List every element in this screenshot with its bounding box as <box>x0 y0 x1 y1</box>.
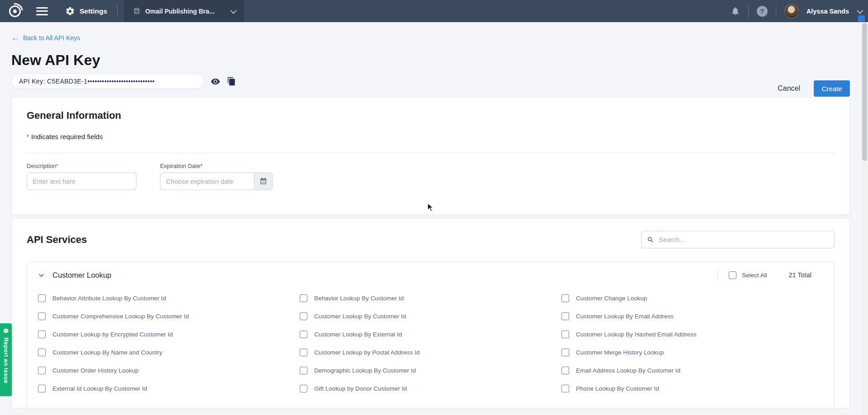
service-row: Customer Lookup by Postal Address Id <box>300 343 561 361</box>
general-information-card: General Information * Indicates required… <box>11 97 850 215</box>
reveal-key-button[interactable] <box>211 77 220 86</box>
service-row: Customer Merge History Lookup <box>561 343 823 361</box>
service-checkbox[interactable] <box>561 312 569 320</box>
back-to-api-keys-link[interactable]: ← Back to All API Keys <box>11 34 80 42</box>
services-search-box <box>641 231 835 248</box>
gear-icon <box>65 6 75 16</box>
collapse-chevron-icon[interactable] <box>38 272 45 279</box>
scrollbar-thumb[interactable] <box>862 23 867 161</box>
app-logo-icon[interactable] <box>7 4 23 19</box>
service-row: Customer Lookup By Name and Country <box>38 343 300 361</box>
topbar-divider <box>117 5 118 17</box>
service-label: Customer Lookup By Customer Id <box>314 313 406 320</box>
description-input[interactable] <box>27 173 137 190</box>
user-name[interactable]: Alyssa Sands <box>807 8 849 15</box>
service-row: Phone Lookup By Customer Id <box>561 379 823 397</box>
service-checkbox[interactable] <box>38 331 46 338</box>
description-label: Description* <box>27 163 137 169</box>
expiration-date-input[interactable] <box>160 173 254 190</box>
notifications-bell-icon[interactable] <box>731 6 740 16</box>
expiration-date-label: Expiration Date* <box>160 163 273 169</box>
service-checkbox[interactable] <box>38 367 46 374</box>
service-checkbox[interactable] <box>38 294 46 302</box>
service-label: Customer Lookup by Encrypted Customer Id <box>52 331 173 338</box>
service-checkbox[interactable] <box>561 367 569 374</box>
page-title: New API Key <box>11 52 850 69</box>
topbar: Settings Omail Publishing Bra... ? Alyss… <box>0 0 868 22</box>
menu-icon[interactable] <box>36 7 48 15</box>
brand-dropdown[interactable]: Omail Publishing Bra... <box>124 0 244 22</box>
service-checkbox[interactable] <box>300 349 307 356</box>
module-label: Settings <box>80 7 107 15</box>
service-checkbox[interactable] <box>300 367 307 374</box>
services-search-input[interactable] <box>659 236 829 243</box>
database-icon <box>133 7 141 15</box>
service-label: Behavior Lookup By Customer Id <box>314 295 404 302</box>
service-label: Demographic Lookup By Customer Id <box>314 367 416 374</box>
general-information-heading: General Information <box>27 110 835 121</box>
report-issue-tab[interactable]: Report an Issue <box>0 323 12 396</box>
calendar-button[interactable] <box>254 173 273 190</box>
service-row: External Id Lookup By Customer Id <box>38 379 300 397</box>
expiration-field-group: Expiration Date* <box>160 163 273 190</box>
settings-module[interactable]: Settings <box>65 6 107 16</box>
service-label: Email Address Lookup By Customer Id <box>576 367 680 374</box>
services-grid: Behavior Attribute Lookup By Customer Id… <box>27 286 834 411</box>
service-label: Phone Lookup By Customer Id <box>576 385 659 392</box>
user-avatar[interactable] <box>784 4 798 18</box>
service-row: Customer Lookup By Customer Id <box>300 307 561 325</box>
copy-key-button[interactable] <box>227 77 236 86</box>
service-row: Customer Lookup by Encrypted Customer Id <box>38 325 300 343</box>
service-checkbox[interactable] <box>300 385 307 392</box>
service-row: Customer Lookup By Hashed Email Address <box>561 325 823 343</box>
service-checkbox[interactable] <box>561 385 569 392</box>
service-row: Customer Order History Lookup <box>38 361 300 379</box>
service-checkbox[interactable] <box>38 349 46 356</box>
service-label: Gift Lookup by Donor Customer Id <box>314 385 407 392</box>
select-all-checkbox[interactable] <box>729 271 736 279</box>
service-row: Customer Change Lookup <box>561 289 823 307</box>
service-checkbox[interactable] <box>38 385 46 392</box>
service-checkbox[interactable] <box>561 294 569 302</box>
brand-dropdown-label: Omail Publishing Bra... <box>145 8 214 15</box>
service-row: Customer Lookup By External Id <box>300 325 561 343</box>
api-services-heading: API Services <box>27 234 87 246</box>
customer-lookup-group: Customer Lookup Select All 21 Total Beha… <box>27 261 835 411</box>
total-count: 21 Total <box>788 271 811 279</box>
chevron-down-icon <box>231 7 237 14</box>
chevron-down-icon[interactable] <box>857 7 863 14</box>
create-button[interactable]: Create <box>814 80 850 97</box>
service-row: Email Address Lookup By Customer Id <box>561 361 823 379</box>
service-label: Customer Lookup by Postal Address Id <box>314 349 420 356</box>
service-checkbox[interactable] <box>561 349 569 356</box>
service-label: Customer Merge History Lookup <box>576 349 664 356</box>
back-arrow-icon: ← <box>11 34 19 42</box>
help-icon[interactable]: ? <box>757 6 768 17</box>
service-row: Customer Lookup By Email Address <box>561 307 823 325</box>
service-checkbox[interactable] <box>300 331 307 338</box>
service-checkbox[interactable] <box>561 331 569 338</box>
topbar-divider <box>748 5 749 17</box>
divider <box>27 153 835 153</box>
service-checkbox[interactable] <box>300 294 307 302</box>
service-label: Customer Lookup By Email Address <box>576 313 674 320</box>
service-checkbox[interactable] <box>38 312 46 320</box>
page-scrollbar[interactable] <box>861 22 868 415</box>
service-label: External Id Lookup By Customer Id <box>52 385 147 392</box>
select-all-label: Select All <box>742 272 767 279</box>
service-label: Customer Lookup By Name and Country <box>52 349 162 356</box>
main-content: ← Back to All API Keys New API Key API K… <box>0 22 868 408</box>
service-label: Customer Lookup By Hashed Email Address <box>576 331 696 338</box>
required-fields-note: * Indicates required fields <box>27 133 835 140</box>
service-row: Demographic Lookup By Customer Id <box>300 361 561 379</box>
topbar-divider <box>776 5 776 17</box>
service-row: Behavior Lookup By Customer Id <box>300 289 561 307</box>
service-row: Behavior Attribute Lookup By Customer Id <box>38 289 300 307</box>
cancel-button[interactable]: Cancel <box>778 84 800 93</box>
description-field-group: Description* <box>27 163 137 190</box>
eye-icon <box>211 77 220 86</box>
bug-icon <box>3 327 9 334</box>
service-label: Behavior Attribute Lookup By Customer Id <box>52 295 166 302</box>
group-title[interactable]: Customer Lookup <box>52 271 111 280</box>
service-checkbox[interactable] <box>300 312 307 320</box>
